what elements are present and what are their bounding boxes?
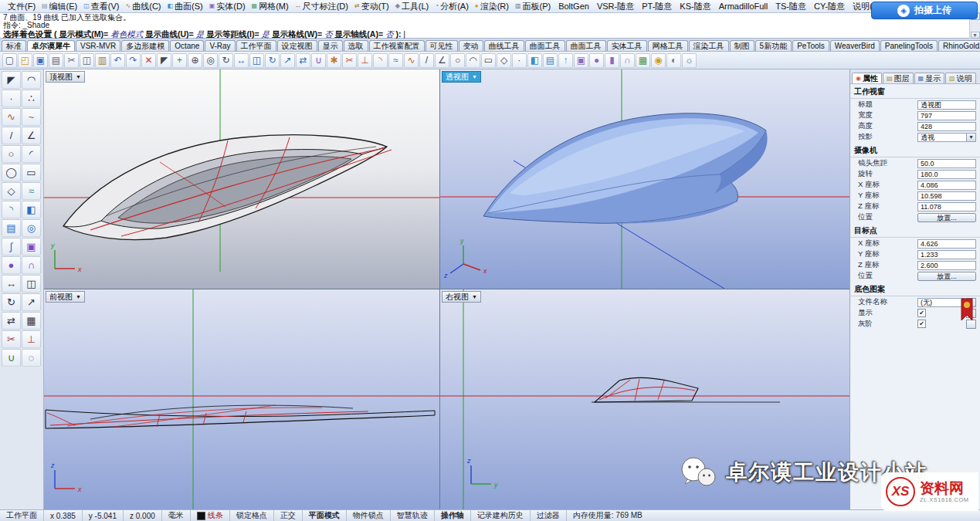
toolbar-group-tab[interactable]: 工作视窗配置: [369, 40, 425, 51]
offset-curve-icon[interactable]: ≈: [22, 182, 41, 200]
line-icon[interactable]: /: [2, 127, 21, 144]
redo-icon[interactable]: ↷: [126, 53, 141, 68]
new-file-icon[interactable]: ▢: [2, 53, 17, 68]
menu-item[interactable]: TS-随意: [771, 0, 809, 13]
menu-item[interactable]: ◧曲面(S): [164, 0, 206, 13]
status-bar-item[interactable]: 毫米: [162, 510, 191, 521]
rotate-icon[interactable]: ↻: [265, 53, 280, 68]
chevron-down-icon[interactable]: ▼: [76, 292, 81, 302]
save-icon[interactable]: ▣: [33, 53, 48, 68]
toolbar-group-tab[interactable]: Octane: [170, 40, 204, 51]
toolbar-group-tab[interactable]: 制图: [730, 40, 754, 51]
toolbar-group-tab[interactable]: RhinoGold: [938, 40, 980, 51]
upload-button[interactable]: ◈ 拍摄上传: [871, 2, 978, 19]
move-icon[interactable]: ↔: [234, 53, 249, 68]
toolbar-group-tab[interactable]: WeaverBird: [830, 40, 880, 51]
cylinder-icon[interactable]: ▮: [605, 53, 619, 68]
viewport-tab-perspective[interactable]: 透视图 ▼: [442, 71, 481, 83]
rotate-icon[interactable]: ↻: [2, 293, 21, 311]
toolbar-group-tab[interactable]: V-Ray: [205, 40, 235, 51]
viewport-right[interactable]: z y 右视图 ▼: [440, 289, 849, 509]
undo-icon[interactable]: ↶: [110, 53, 125, 68]
menu-item[interactable]: ▤编辑(E): [39, 0, 80, 13]
menu-item[interactable]: VSR-随意: [592, 0, 637, 13]
move-icon[interactable]: ↔: [2, 275, 21, 293]
copy-icon[interactable]: ◫: [80, 53, 94, 68]
status-bar-item[interactable]: z 0.000: [124, 510, 162, 521]
property-value[interactable]: 50.0: [917, 159, 976, 168]
fillet-curve-icon[interactable]: ◝: [2, 201, 21, 218]
property-value[interactable]: 4.626: [917, 239, 976, 249]
trim-icon[interactable]: ✂: [2, 330, 21, 348]
status-bar-item[interactable]: x 0.385: [44, 510, 83, 521]
panel-tab[interactable]: ▦显示: [914, 73, 945, 83]
property-value[interactable]: 797: [917, 111, 976, 120]
status-bar-item[interactable]: 正交: [274, 510, 303, 521]
fillet-icon[interactable]: ◝: [373, 53, 388, 68]
open-file-icon[interactable]: ◰: [18, 53, 32, 68]
rectangle-icon[interactable]: ▭: [22, 164, 41, 181]
select-icon[interactable]: ◤: [2, 71, 21, 89]
trim-icon[interactable]: ✂: [342, 53, 357, 68]
revolve-icon[interactable]: ◎: [22, 219, 41, 237]
panel-tab[interactable]: ▤图层: [883, 73, 914, 83]
paste-icon[interactable]: ▥: [95, 53, 110, 68]
mirror-icon[interactable]: ⇄: [2, 312, 21, 330]
toolbar-group-tab[interactable]: 曲面工具: [525, 40, 565, 51]
status-bar-item[interactable]: 智慧轨迹: [391, 510, 435, 521]
split-icon[interactable]: ⊥: [22, 330, 41, 348]
sphere-icon[interactable]: ●: [2, 256, 21, 274]
join-icon[interactable]: ∪: [2, 349, 21, 367]
viewport-perspective[interactable]: y x z 透视图 ▼: [440, 69, 849, 289]
polygon-icon[interactable]: ◇: [497, 53, 511, 68]
menu-item[interactable]: 文件(F): [3, 0, 39, 13]
toolbar-group-tab[interactable]: 5新功能: [755, 40, 792, 51]
boolean-icon[interactable]: ∩: [22, 256, 41, 274]
status-bar-item[interactable]: 内存使用量: 769 MB: [567, 510, 649, 521]
viewport-tab-top[interactable]: 顶视图 ▼: [46, 71, 85, 83]
circle-icon[interactable]: ○: [450, 53, 465, 68]
line-icon[interactable]: /: [419, 53, 434, 68]
property-value[interactable]: 放置...: [917, 272, 976, 281]
menu-item[interactable]: PT-随意: [637, 0, 675, 13]
property-value[interactable]: 428: [917, 122, 976, 131]
toolbar-group-tab[interactable]: 显示: [318, 40, 343, 51]
menu-item[interactable]: ▦网格(M): [249, 0, 292, 13]
toolbar-group-tab[interactable]: 渲染工具: [689, 40, 729, 51]
circle-icon[interactable]: ○: [2, 145, 21, 163]
viewport-tab-front[interactable]: 前视图 ▼: [46, 291, 85, 303]
print-icon[interactable]: ▤: [49, 53, 63, 68]
menu-item[interactable]: ⇄变动(T): [351, 0, 392, 13]
property-value[interactable]: ✔: [917, 320, 926, 328]
command-area[interactable]: 7 曲面、19 曲线 已加入至选取集合。 指令: _Shade 选择着色设置 (…: [0, 13, 980, 39]
menu-item[interactable]: BoltGen: [554, 1, 592, 12]
control-point-curve-icon[interactable]: ~: [22, 108, 41, 126]
menu-item[interactable]: ArmadilloFull: [714, 1, 771, 12]
boolean-icon[interactable]: ∩: [620, 53, 635, 68]
select-window-icon[interactable]: ◤: [157, 53, 171, 68]
chevron-down-icon[interactable]: ▼: [76, 72, 81, 82]
toolbar-group-tab[interactable]: PanelingTools: [880, 40, 938, 51]
curve-icon[interactable]: ∿: [404, 53, 419, 68]
status-bar-item[interactable]: 操作轴: [435, 510, 471, 521]
point-cloud-icon[interactable]: ∴: [22, 90, 41, 107]
menu-item[interactable]: ▣实体(D): [206, 0, 249, 13]
sweep-icon[interactable]: ∫: [2, 238, 21, 255]
toolbar-group-tab[interactable]: 多边形建模: [121, 40, 169, 51]
menu-item[interactable]: ◔分析(A): [432, 0, 472, 13]
status-bar-item[interactable]: y -5.041: [83, 510, 124, 521]
toolbar-group-tab[interactable]: 网格工具: [648, 40, 688, 51]
panel-tab[interactable]: ▧说明: [945, 73, 976, 83]
status-bar-item[interactable]: 锁定格点: [230, 510, 274, 521]
hide-icon[interactable]: ◌: [22, 349, 41, 367]
extrude-icon[interactable]: ↑: [558, 53, 573, 68]
property-value[interactable]: 4.086: [917, 181, 976, 190]
property-value[interactable]: 1.233: [917, 250, 976, 259]
menu-item[interactable]: ◆工具(L): [392, 0, 432, 13]
status-bar-item[interactable]: 过滤器: [531, 510, 567, 521]
scale-icon[interactable]: ↗: [22, 293, 41, 311]
mirror-icon[interactable]: ⇄: [296, 53, 310, 68]
toolbar-group-tab[interactable]: 实体工具: [607, 40, 647, 51]
toolbar-group-tab[interactable]: PeTools: [792, 40, 829, 51]
point-icon[interactable]: ∙: [512, 53, 527, 68]
